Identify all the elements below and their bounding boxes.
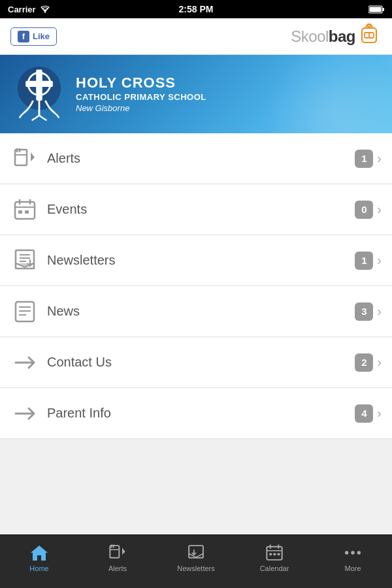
news-chevron: › <box>377 304 382 319</box>
tab-bar: Home Alerts Newsletters <box>0 534 392 588</box>
alerts-badge: 1 <box>355 150 373 168</box>
newsletters-chevron: › <box>377 253 382 268</box>
school-banner: HOLY CROSS CATHOLIC PRIMARY SCHOOL New G… <box>0 55 392 133</box>
menu-item-parent[interactable]: Parent Info 4 › <box>0 388 392 439</box>
parent-icon <box>10 399 39 428</box>
calendar-tab-icon <box>265 543 284 563</box>
carrier-label: Carrier <box>8 5 36 14</box>
menu-item-newsletters[interactable]: Newsletters 1 › <box>0 235 392 286</box>
facebook-icon: f <box>18 31 29 42</box>
events-badge: 0 <box>355 201 373 219</box>
alerts-icon <box>10 144 39 173</box>
battery-icon <box>368 5 384 14</box>
school-type: CATHOLIC PRIMARY SCHOOL <box>76 92 206 102</box>
svg-rect-17 <box>25 210 29 214</box>
status-bar: Carrier 2:58 PM <box>0 0 392 18</box>
wifi-icon <box>40 5 50 13</box>
events-chevron: › <box>377 202 382 217</box>
menu-item-news[interactable]: News 3 › <box>0 286 392 337</box>
home-tab-icon <box>29 543 49 563</box>
news-label: News <box>39 304 355 319</box>
newsletters-tab-label: Newsletters <box>177 564 214 572</box>
menu-item-events[interactable]: Events 0 › <box>0 184 392 235</box>
school-location: New Gisborne <box>76 103 206 113</box>
tab-more[interactable]: More <box>314 540 392 572</box>
svg-rect-33 <box>278 553 280 555</box>
svg-rect-3 <box>370 7 382 12</box>
contact-badge: 2 <box>355 353 373 372</box>
more-tab-label: More <box>344 564 361 572</box>
svg-rect-32 <box>273 553 276 555</box>
tab-home[interactable]: Home <box>0 540 78 572</box>
svg-point-0 <box>44 11 45 12</box>
tab-alerts[interactable]: Alerts <box>78 540 157 572</box>
tab-calendar[interactable]: Calendar <box>235 540 314 572</box>
newsletters-label: Newsletters <box>39 253 355 268</box>
svg-point-36 <box>357 551 361 554</box>
events-icon <box>10 195 39 224</box>
calendar-tab-label: Calendar <box>260 564 289 572</box>
news-icon <box>10 297 39 326</box>
alerts-chevron: › <box>377 151 382 166</box>
header: f Like Skoolbag <box>0 18 392 55</box>
svg-rect-2 <box>383 8 385 11</box>
svg-point-35 <box>351 551 354 554</box>
facebook-like-button[interactable]: f Like <box>10 27 57 46</box>
svg-rect-27 <box>189 546 203 558</box>
svg-rect-16 <box>18 210 22 214</box>
home-tab-label: Home <box>29 564 48 572</box>
time-display: 2:58 PM <box>179 4 214 14</box>
tab-newsletters[interactable]: Newsletters <box>157 540 235 572</box>
menu-item-contact[interactable]: Contact Us 2 › <box>0 337 392 388</box>
contact-label: Contact Us <box>39 355 355 370</box>
alerts-label: Alerts <box>39 151 355 166</box>
school-info: HOLY CROSS CATHOLIC PRIMARY SCHOOL New G… <box>76 75 206 113</box>
contact-icon <box>10 348 39 377</box>
svg-rect-13 <box>15 202 35 219</box>
school-logo <box>13 65 65 123</box>
parent-badge: 4 <box>355 404 373 423</box>
school-name: HOLY CROSS <box>76 75 206 91</box>
menu-list: Alerts 1 › Events 0 › <box>0 133 392 439</box>
newsletters-tab-icon <box>186 543 206 563</box>
newsletters-icon <box>10 246 39 275</box>
alerts-tab-label: Alerts <box>108 564 127 572</box>
contact-chevron: › <box>377 355 382 370</box>
more-tab-icon <box>343 543 363 563</box>
app-logo: Skoolbag <box>291 22 382 51</box>
logo-skool: Skool <box>291 27 329 46</box>
fb-like-label: Like <box>33 31 50 41</box>
alerts-tab-icon <box>108 543 127 563</box>
menu-item-alerts[interactable]: Alerts 1 › <box>0 133 392 184</box>
logo-bag: bag <box>329 27 355 46</box>
parent-label: Parent Info <box>39 406 355 421</box>
parent-chevron: › <box>377 406 382 421</box>
svg-rect-10 <box>25 81 53 87</box>
news-badge: 3 <box>355 302 373 321</box>
svg-rect-31 <box>269 553 272 555</box>
backpack-icon <box>357 22 382 51</box>
svg-point-34 <box>345 551 348 554</box>
events-label: Events <box>39 202 355 217</box>
newsletters-badge: 1 <box>355 252 373 270</box>
